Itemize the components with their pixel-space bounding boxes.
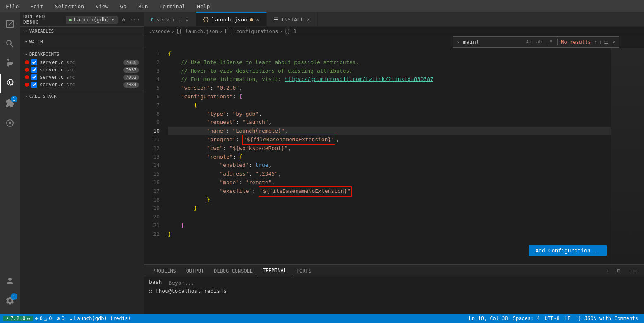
code-line-12: "cwd": "${workspaceRoot}", [168,144,611,153]
search-next-icon[interactable]: ↓ [599,39,602,45]
tab-close-icon[interactable]: ✕ [184,16,189,23]
breadcrumb-vscode[interactable]: .vscode [149,28,170,34]
breakpoint-circle [25,68,29,72]
code-line-18: } [168,196,611,204]
watch-header[interactable]: ▾ WATCH [20,38,144,46]
panel-tab-problems[interactable]: PROBLEMS [147,266,181,276]
tab-label: server.c [156,17,182,23]
status-errors[interactable]: ⊗ 0 △ 0 [33,316,55,321]
split-terminal-icon[interactable]: ⊡ [615,267,623,275]
menu-item-go[interactable]: Go [117,2,129,10]
panel-tab-ports[interactable]: PORTS [292,266,316,276]
menu-item-edit[interactable]: Edit [28,2,45,10]
settings-icon[interactable]: 1 [0,291,20,311]
chevron-down-icon: ▾ [25,28,28,34]
terminal-bash-tab[interactable]: bash [149,279,162,286]
line-num-4: 4 [144,75,160,84]
status-version: 7.2.0 [10,316,25,321]
status-language[interactable]: {} JSON with Comments [573,316,641,321]
activity-search-icon[interactable] [0,34,20,54]
line-num-10: 10 [144,127,160,135]
breadcrumb: .vscode › {} launch.json › [ ] configura… [144,27,644,36]
tab-close-icon[interactable]: ✕ [256,16,260,23]
status-spaces[interactable]: Spaces: 4 [510,316,542,321]
search-overlay: › Aa ab .* No results ↑ ↓ ☰ ✕ [453,36,619,48]
activity-remote-icon[interactable] [0,113,20,133]
line-num-17: 17 [144,187,160,196]
breakpoint-item-1[interactable]: server.c src 7036 [20,59,144,66]
breakpoint-line: 7084 [123,82,139,88]
watch-label: WATCH [29,39,43,45]
line-num-16: 16 [144,178,160,187]
variables-header[interactable]: ▾ VARIABLES [20,27,144,36]
search-close-icon[interactable]: ✕ [612,39,615,45]
search-prev-icon[interactable]: ↑ [594,39,598,45]
callstack-header[interactable]: › CALL STACK [20,92,144,101]
activity-bar: 1 1 [0,12,20,314]
breakpoint-item-3[interactable]: server.c src 7082 [20,74,144,81]
line-num-11: 11 [144,135,160,144]
use-regex-icon[interactable]: .* [545,38,554,45]
run-config-dropdown[interactable]: ▶ Launch(gdb) ▾ [66,16,118,24]
breakpoint-line: 7082 [123,75,139,80]
line-num-2: 2 [144,58,160,67]
sync-count: 0 [62,316,65,321]
terminal-beyond-tab[interactable]: Beyon... [168,280,194,286]
menu-item-view[interactable]: View [93,2,111,10]
more-actions-icon[interactable]: ··· [626,267,641,275]
activity-extensions-icon[interactable]: 1 [0,93,20,113]
account-icon[interactable] [0,271,20,291]
error-icon: ⊗ [35,316,38,321]
breadcrumb-configurations[interactable]: [ ] configurations [224,28,278,34]
tab-server-c[interactable]: C server.c ✕ [144,12,196,26]
activity-run-debug-icon[interactable] [0,74,20,93]
breakpoint-checkbox[interactable] [31,74,37,80]
breakpoint-filename: server.c [40,82,64,88]
activity-explorer-icon[interactable] [0,14,20,34]
tab-launch-json[interactable]: {} launch.json ✕ [196,12,267,26]
menu-item-help[interactable]: Help [194,2,212,10]
breakpoint-item-2[interactable]: server.c src 7037 [20,66,144,74]
status-debug[interactable]: ☁ Launch(gdb) (redis) [67,316,134,321]
status-sync[interactable]: ⚙ 0 [55,316,67,321]
panel-tab-terminal[interactable]: TERMINAL [258,266,292,276]
breakpoint-src: src [66,67,75,73]
breakpoint-checkbox[interactable] [31,59,37,65]
menu-item-file[interactable]: File [3,2,21,10]
match-case-icon[interactable]: Aa [524,38,533,45]
breadcrumb-0[interactable]: {} 0 [284,28,296,34]
status-line-ending[interactable]: LF [562,316,573,321]
breakpoint-checkbox[interactable] [31,67,37,73]
match-word-icon[interactable]: ab [535,38,543,45]
status-remote[interactable]: ⚡ 7.2.0 ↻ [3,316,33,321]
search-options: Aa ab .* [524,38,554,45]
bottom-panel: PROBLEMS OUTPUT DEBUG CONSOLE TERMINAL P… [144,264,644,314]
tab-install[interactable]: ☰ INSTALL ✕ [267,12,317,26]
activity-source-control-icon[interactable] [0,54,20,74]
menu-item-run[interactable]: Run [136,2,150,10]
status-encoding[interactable]: UTF-8 [542,316,562,321]
add-terminal-icon[interactable]: + [603,267,611,275]
search-input[interactable] [463,39,521,45]
breakpoint-checkbox[interactable] [31,82,37,88]
panel-tab-debug-console[interactable]: DEBUG CONSOLE [209,266,258,276]
watch-section: ▾ WATCH [20,36,144,48]
breakpoint-item-4[interactable]: server.c src 7084 [20,81,144,88]
breakpoints-header[interactable]: ▾ BREAKPOINTS [20,50,144,59]
menu-item-selection[interactable]: Selection [53,2,86,10]
gear-icon[interactable]: ⚙ [121,16,126,24]
code-line-19: } [168,204,611,213]
more-icon[interactable]: ··· [129,16,141,24]
add-configuration-button[interactable]: Add Configuration... [529,245,607,256]
panel-tab-output[interactable]: OUTPUT [181,266,209,276]
encoding-label: UTF-8 [545,316,560,321]
breadcrumb-launch-json[interactable]: {} launch.json [176,28,218,34]
status-cursor[interactable]: Ln 10, Col 38 [467,316,510,321]
menu-item-terminal[interactable]: Terminal [157,2,188,10]
tab-close-icon[interactable]: ✕ [306,16,311,23]
search-list-icon[interactable]: ☰ [604,39,609,45]
code-line-4: // For more information, visit: https://… [168,75,611,84]
tab-c-icon: C [151,17,154,23]
run-config-label: Launch(gdb) [74,17,110,23]
code-editor[interactable]: 1 2 3 4 5 6 7 8 9 10 11 12 13 14 15 16 1 [144,48,644,264]
